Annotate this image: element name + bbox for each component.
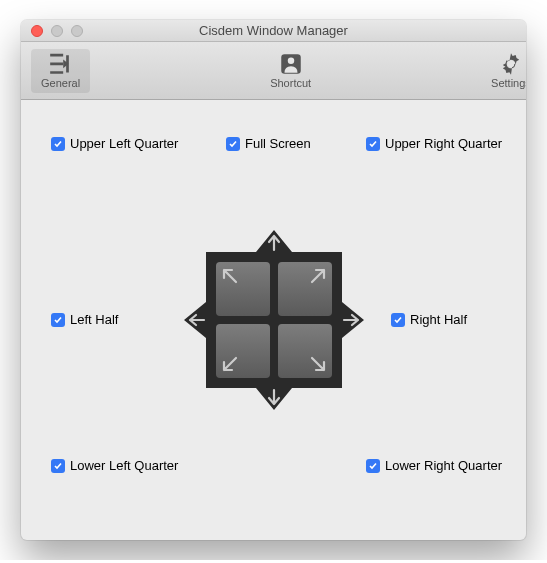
checkbox-lower-left-label: Lower Left Quarter: [70, 458, 178, 473]
svg-point-2: [508, 60, 515, 67]
window-layout-diagram: [184, 230, 364, 410]
toolbar: General Shortcut Settings: [21, 42, 526, 100]
checkbox-lower-right[interactable]: Lower Right Quarter: [366, 458, 502, 473]
checkmark-icon: [226, 137, 240, 151]
tab-settings[interactable]: Settings: [481, 49, 526, 93]
minimize-button[interactable]: [51, 25, 63, 37]
maximize-button[interactable]: [71, 25, 83, 37]
tab-shortcut[interactable]: Shortcut: [260, 49, 321, 93]
tab-shortcut-label: Shortcut: [270, 77, 311, 89]
svg-point-1: [287, 57, 294, 64]
tab-settings-label: Settings: [491, 77, 526, 89]
close-button[interactable]: [31, 25, 43, 37]
checkbox-right-half-label: Right Half: [410, 312, 467, 327]
titlebar: Cisdem Window Manager: [21, 20, 526, 42]
checkbox-left-half[interactable]: Left Half: [51, 312, 118, 327]
checkbox-lower-right-label: Lower Right Quarter: [385, 458, 502, 473]
checkbox-right-half[interactable]: Right Half: [391, 312, 467, 327]
checkbox-full-screen-label: Full Screen: [245, 136, 311, 151]
gear-icon: [498, 53, 524, 75]
checkmark-icon: [391, 313, 405, 327]
content-area: Upper Left Quarter Full Screen Upper Rig…: [21, 100, 526, 540]
checkbox-upper-left[interactable]: Upper Left Quarter: [51, 136, 178, 151]
shortcut-icon: [278, 53, 304, 75]
checkmark-icon: [51, 137, 65, 151]
checkbox-lower-left[interactable]: Lower Left Quarter: [51, 458, 178, 473]
tab-general[interactable]: General: [31, 49, 90, 93]
checkmark-icon: [51, 459, 65, 473]
tab-general-label: General: [41, 77, 80, 89]
checkmark-icon: [366, 137, 380, 151]
window-title: Cisdem Window Manager: [21, 23, 526, 38]
app-window: Cisdem Window Manager General Shortcut S…: [21, 20, 526, 540]
checkbox-upper-right[interactable]: Upper Right Quarter: [366, 136, 502, 151]
checkbox-full-screen[interactable]: Full Screen: [226, 136, 311, 151]
general-icon: [48, 53, 74, 75]
traffic-lights: [21, 25, 83, 37]
checkmark-icon: [51, 313, 65, 327]
checkbox-left-half-label: Left Half: [70, 312, 118, 327]
checkmark-icon: [366, 459, 380, 473]
checkbox-upper-right-label: Upper Right Quarter: [385, 136, 502, 151]
checkbox-upper-left-label: Upper Left Quarter: [70, 136, 178, 151]
